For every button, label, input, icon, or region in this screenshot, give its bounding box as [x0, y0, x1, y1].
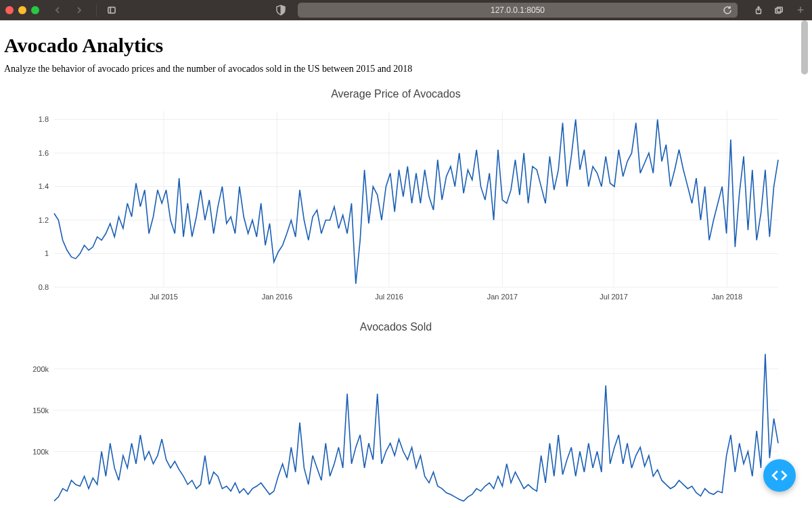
svg-text:150k: 150k [32, 406, 49, 415]
sold-chart[interactable]: Avocados Sold 100k150k200k [7, 321, 785, 508]
new-tab-button[interactable]: + [794, 4, 807, 16]
svg-text:100k: 100k [32, 448, 49, 456]
svg-text:Jan 2016: Jan 2016 [262, 293, 292, 301]
tabs-button[interactable] [770, 3, 788, 18]
forward-button[interactable] [70, 3, 88, 18]
page-subtitle: Analyze the behavior of avocado prices a… [4, 64, 808, 75]
svg-text:Jan 2018: Jan 2018 [712, 293, 742, 301]
svg-text:Jul 2016: Jul 2016 [375, 293, 403, 301]
svg-text:1.6: 1.6 [39, 149, 49, 157]
svg-text:Jul 2017: Jul 2017 [600, 293, 628, 301]
address-bar-text: 127.0.0.1:8050 [491, 5, 545, 15]
price-chart-title: Average Price of Avocados [7, 88, 785, 100]
svg-text:1.8: 1.8 [39, 115, 49, 123]
svg-text:Jan 2017: Jan 2017 [487, 293, 518, 301]
back-button[interactable] [49, 3, 66, 18]
window-controls [5, 6, 39, 14]
privacy-shield-icon[interactable] [272, 5, 290, 16]
svg-text:1: 1 [45, 249, 49, 257]
svg-text:Jul 2015: Jul 2015 [150, 293, 178, 301]
close-window-button[interactable] [5, 6, 14, 14]
svg-rect-0 [108, 7, 114, 14]
page-title: Avocado Analytics [4, 34, 808, 57]
price-chart[interactable]: Average Price of Avocados 0.811.21.41.61… [7, 88, 785, 308]
sold-chart-title: Avocados Sold [7, 321, 785, 333]
address-bar[interactable]: 127.0.0.1:8050 [298, 3, 738, 18]
reload-icon[interactable] [723, 5, 732, 15]
svg-text:200k: 200k [32, 365, 49, 373]
browser-toolbar: 127.0.0.1:8050 + [0, 0, 812, 20]
share-button[interactable] [750, 3, 767, 18]
page-content: Avocado Analytics Analyze the behavior o… [0, 20, 812, 508]
minimize-window-button[interactable] [18, 6, 26, 14]
svg-text:1.4: 1.4 [39, 182, 49, 190]
zoom-window-button[interactable] [31, 6, 39, 14]
sidebar-toggle-button[interactable] [96, 3, 119, 18]
vertical-scrollbar[interactable] [801, 20, 808, 75]
dash-dev-tools-button[interactable] [763, 459, 796, 492]
svg-text:1.2: 1.2 [39, 216, 49, 224]
svg-text:0.8: 0.8 [39, 283, 49, 291]
